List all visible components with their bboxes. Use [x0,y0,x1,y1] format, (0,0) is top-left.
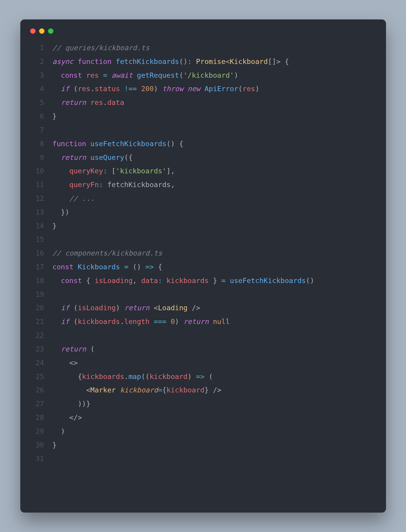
code-line[interactable]: 7 [28,123,377,137]
line-number: 28 [28,411,53,425]
line-content[interactable]: } [53,438,57,452]
line-number: 18 [28,274,53,288]
line-number: 24 [28,356,53,370]
line-number: 2 [28,55,53,69]
code-line[interactable]: 4 if (res.status !== 200) throw new ApiE… [28,82,377,96]
line-number: 14 [28,219,53,233]
code-line[interactable]: 26 <Marker kickboard={kickboard} /> [28,383,377,397]
line-number: 21 [28,315,53,329]
line-content[interactable]: // ... [53,192,95,206]
code-line[interactable]: 18 const { isLoading, data: kickboards }… [28,274,377,288]
line-number: 12 [28,192,53,206]
code-line[interactable]: 12 // ... [28,192,377,206]
code-line[interactable]: 5 return res.data [28,96,377,110]
line-number: 10 [28,164,53,178]
code-line[interactable]: 8function useFetchKickboards() { [28,137,377,151]
line-number: 15 [28,233,53,247]
line-content[interactable]: function useFetchKickboards() { [53,137,184,151]
code-line[interactable]: 17const Kickboards = () => { [28,260,377,274]
line-content[interactable]: async function fetchKickboards(): Promis… [53,55,289,69]
line-number: 8 [28,137,53,151]
line-number: 29 [28,425,53,438]
code-line[interactable]: 20 if (isLoading) return <Loading /> [28,301,377,315]
line-content[interactable]: <Marker kickboard={kickboard} /> [53,383,222,397]
code-line[interactable]: 15 [28,233,377,247]
code-line[interactable]: 13 }) [28,206,377,219]
line-content[interactable]: const res = await getRequest('/kickboard… [53,69,239,82]
line-number: 27 [28,397,53,411]
line-number: 6 [28,110,53,123]
line-number: 25 [28,370,53,384]
code-line[interactable]: 16// components/kickboard.ts [28,247,377,260]
line-number: 22 [28,329,53,343]
line-number: 11 [28,178,53,192]
code-line[interactable]: 11 queryFn: fetchKickboards, [28,178,377,192]
line-content[interactable]: return ( [53,343,95,356]
window-traffic-lights [28,28,377,41]
code-line[interactable]: 24 <> [28,356,377,370]
line-content[interactable]: if (res.status !== 200) throw new ApiErr… [53,82,259,96]
line-number: 31 [28,452,53,466]
code-line[interactable]: 1// queries/kickboard.ts [28,41,377,55]
code-line[interactable]: 2async function fetchKickboards(): Promi… [28,55,377,69]
code-area[interactable]: 1// queries/kickboard.ts2async function … [28,41,377,466]
line-number: 5 [28,96,53,110]
line-content[interactable]: // queries/kickboard.ts [53,41,150,55]
line-number: 30 [28,438,53,452]
code-line[interactable]: 28 </> [28,411,377,425]
code-line[interactable]: 25 {kickboards.map((kickboard) => ( [28,370,377,384]
line-number: 23 [28,343,53,356]
line-content[interactable]: if (kickboards.length === 0) return null [53,315,230,329]
line-content[interactable]: }) [53,206,70,219]
line-content[interactable]: queryKey: ['kickboards'], [53,164,175,178]
line-content[interactable]: {kickboards.map((kickboard) => ( [53,370,213,384]
line-content[interactable]: const { isLoading, data: kickboards } = … [53,274,314,288]
code-line[interactable]: 23 return ( [28,343,377,356]
line-number: 26 [28,383,53,397]
line-content[interactable]: } [53,110,57,123]
code-line[interactable]: 14} [28,219,377,233]
line-content[interactable]: if (isLoading) return <Loading /> [53,301,200,315]
line-number: 19 [28,288,53,302]
traffic-light-minimize-icon[interactable] [39,28,44,34]
code-line[interactable]: 3 const res = await getRequest('/kickboa… [28,69,377,82]
line-number: 13 [28,206,53,219]
line-content[interactable]: const Kickboards = () => { [53,260,162,274]
line-number: 20 [28,301,53,315]
code-line[interactable]: 6} [28,110,377,123]
code-editor-window: 1// queries/kickboard.ts2async function … [20,19,386,513]
traffic-light-close-icon[interactable] [30,28,36,34]
line-content[interactable]: } [53,219,57,233]
code-line[interactable]: 30} [28,438,377,452]
traffic-light-zoom-icon[interactable] [48,28,53,34]
line-content[interactable]: return res.data [53,96,124,110]
line-content[interactable]: <> [53,356,78,370]
code-line[interactable]: 27 ))} [28,397,377,411]
code-line[interactable]: 31 [28,452,377,466]
line-content[interactable]: ))} [53,397,90,411]
line-number: 16 [28,247,53,260]
line-content[interactable]: return useQuery({ [53,151,133,165]
line-number: 17 [28,260,53,274]
line-number: 4 [28,82,53,96]
line-number: 9 [28,151,53,165]
line-content[interactable]: // components/kickboard.ts [53,247,162,260]
line-number: 1 [28,41,53,55]
line-content[interactable]: </> [53,411,82,425]
line-content[interactable]: ) [53,425,65,438]
line-number: 7 [28,123,53,137]
line-number: 3 [28,69,53,82]
code-line[interactable]: 22 [28,329,377,343]
line-content[interactable]: queryFn: fetchKickboards, [53,178,175,192]
code-line[interactable]: 10 queryKey: ['kickboards'], [28,164,377,178]
code-line[interactable]: 21 if (kickboards.length === 0) return n… [28,315,377,329]
code-line[interactable]: 29 ) [28,425,377,438]
code-line[interactable]: 19 [28,288,377,302]
code-line[interactable]: 9 return useQuery({ [28,151,377,165]
